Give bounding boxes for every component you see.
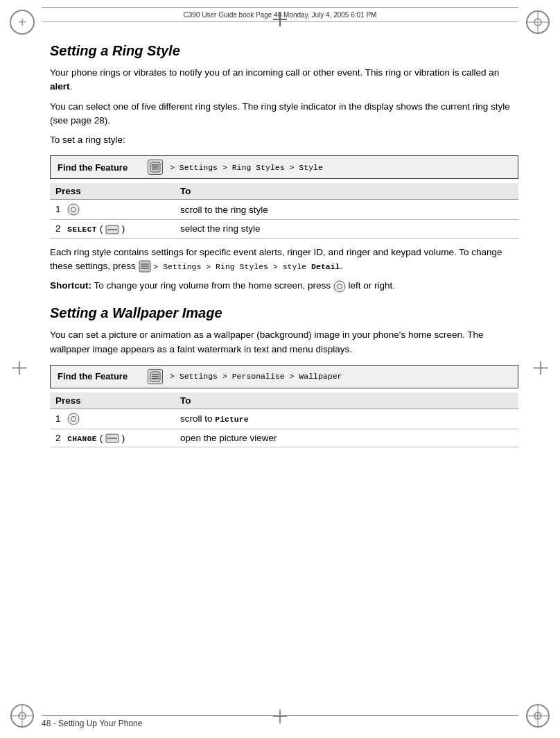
corner-decoration-br (521, 699, 554, 732)
step2-to-wallpaper: open the picture viewer (175, 429, 518, 447)
menu-icon-inline (139, 260, 151, 273)
table-row: 1 scroll to the ring style (50, 200, 518, 220)
col-press-wallpaper: Press (50, 393, 175, 409)
svg-rect-37 (152, 374, 159, 375)
shortcut-para: Shortcut: To change your ring volume fro… (50, 279, 518, 293)
ring-style-para2: You can select one of five different rin… (50, 100, 518, 128)
table-header-wallpaper: Press To (50, 393, 518, 409)
svg-point-35 (337, 284, 342, 289)
section-ring-style-title: Setting a Ring Style (50, 43, 518, 59)
softkey-icon-w2 (105, 434, 119, 443)
softkey-icon (105, 225, 119, 234)
find-feature-box-wallpaper: Find the Feature > Settings > Personalis… (50, 365, 518, 388)
table-row: 2 SELECT ( ) select the ring style (50, 220, 518, 238)
svg-rect-32 (141, 266, 149, 267)
svg-rect-38 (152, 376, 159, 377)
nav-key-icon-w1 (67, 413, 80, 425)
crosshair-right (534, 361, 548, 377)
col-press-ring: Press (50, 183, 175, 200)
footer: 48 - Setting Up Your Phone (42, 715, 518, 728)
table-row: 1 scroll to Picture (50, 409, 518, 429)
press-table-ring: Press To 1 scroll to the ring style (50, 183, 518, 238)
table-header-ring: Press To (50, 183, 518, 200)
svg-point-27 (71, 207, 76, 212)
find-feature-path-ring: > Settings > Ring Styles > Style (170, 163, 323, 172)
svg-rect-24 (152, 166, 159, 168)
ring-style-para3: To set a ring style: (50, 133, 518, 147)
corner-decoration-tr (521, 6, 554, 39)
corner-decoration-bl (6, 699, 39, 732)
svg-point-41 (71, 416, 76, 421)
col-to-wallpaper: To (175, 393, 518, 409)
svg-rect-23 (152, 164, 159, 166)
svg-rect-33 (141, 268, 149, 269)
find-feature-label-ring: Find the Feature (58, 162, 141, 173)
crosshair-top (273, 12, 287, 26)
nav-key-icon (67, 203, 80, 216)
svg-rect-25 (152, 169, 159, 170)
find-feature-path-wallpaper: > Settings > Personalise > Wallpaper (170, 372, 342, 381)
svg-rect-39 (152, 378, 159, 379)
corner-decoration-tl (6, 6, 39, 39)
press-table-wallpaper: Press To 1 scroll to Picture (50, 393, 518, 447)
step1-to-wallpaper: scroll to Picture (175, 409, 518, 429)
ring-style-para1: Your phone rings or vibrates to notify y… (50, 66, 518, 94)
step1-press-wallpaper: 1 (50, 409, 175, 429)
step2-press-wallpaper: 2 CHANGE ( ) (50, 429, 175, 447)
menu-icon-wallpaper (148, 369, 163, 384)
section-ring-style: Setting a Ring Style Your phone rings or… (50, 43, 518, 293)
step2-press-ring: 2 SELECT ( ) (50, 220, 175, 238)
section-wallpaper: Setting a Wallpaper Image You can set a … (50, 305, 518, 447)
main-content: Setting a Ring Style Your phone rings or… (50, 31, 518, 703)
nav-key-icon-shortcut (333, 280, 346, 293)
table-row: 2 CHANGE ( ) open the picture viewer (50, 429, 518, 447)
wallpaper-para1: You can set a picture or animation as a … (50, 328, 518, 357)
footer-text: 48 - Setting Up Your Phone (42, 719, 142, 728)
step1-to-ring: scroll to the ring style (175, 200, 518, 220)
find-feature-box-ring: Find the Feature > Settings > Ring Style… (50, 155, 518, 179)
section-wallpaper-title: Setting a Wallpaper Image (50, 305, 518, 321)
detail-para: Each ring style contains settings for sp… (50, 246, 518, 274)
step2-to-ring: select the ring style (175, 220, 518, 238)
find-feature-label-wallpaper: Find the Feature (58, 371, 141, 381)
svg-rect-31 (141, 264, 149, 265)
crosshair-left (12, 361, 26, 377)
menu-icon-ring (148, 160, 163, 175)
col-to-ring: To (175, 183, 518, 200)
step1-press-ring: 1 (50, 200, 175, 220)
